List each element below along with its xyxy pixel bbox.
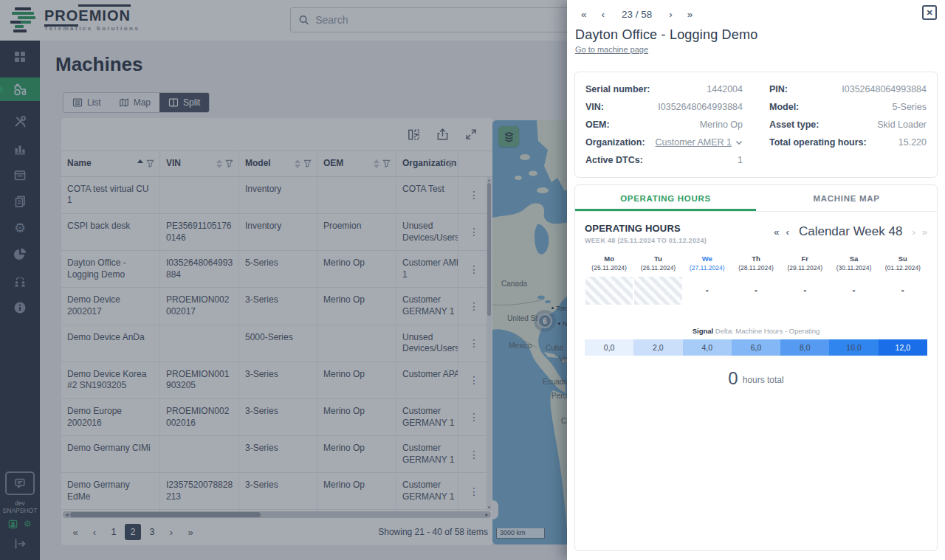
detail-row: PIN:I0352648064993884 (769, 80, 927, 98)
tab-operating-hours[interactable]: OPERATING HOURS (575, 185, 756, 211)
detail-label: PIN: (769, 84, 788, 94)
drawer-tabbar: OPERATING HOURS MACHINE MAP (575, 185, 937, 212)
close-icon: ✕ (926, 8, 932, 18)
drawer-last-button[interactable]: » (684, 9, 697, 20)
legend-segment: 6,0 (732, 339, 780, 356)
detail-row: Total operating hours:15.220 (769, 134, 927, 151)
section-subtitle: WEEK 48 (25.11.2024 TO 01.12.2024) (585, 237, 707, 244)
day-header: Sa(30.11.2024) (829, 255, 878, 272)
drawer-close-button[interactable]: ✕ (922, 5, 937, 20)
legend-segment: 4,0 (683, 339, 732, 356)
detail-label: Asset type: (769, 120, 819, 130)
day-header: Th(28.11.2024) (732, 255, 780, 272)
detail-row: VIN:I0352648064993884 (585, 98, 743, 116)
legend-label: Signal Delta: Machine Hours - Operating (575, 327, 937, 335)
week-prev-button[interactable]: ‹ (786, 227, 789, 238)
drawer-tabs-card: OPERATING HOURS MACHINE MAP OPERATING HO… (574, 184, 938, 551)
day-hours-cell: - (732, 277, 780, 305)
app-root: PROEMION Telematics Solutions ⚙ (0, 0, 945, 560)
chevron-down-icon (735, 140, 743, 145)
drawer-title: Dayton Office - Logging Demo (575, 27, 757, 43)
detail-row: OEM:Merino Op (585, 116, 743, 134)
detail-label: Serial number: (585, 84, 650, 94)
drawer-next-button[interactable]: › (665, 9, 676, 20)
detail-value: I0352648064993884 (842, 84, 927, 94)
day-header: Tu(26.11.2024) (633, 255, 682, 272)
week-next-button[interactable]: › (912, 227, 915, 238)
drawer-first-button[interactable]: « (577, 9, 591, 20)
hours-total: 0hours total (575, 368, 937, 389)
details-right-column: PIN:I0352648064993884Model:5-SeriesAsset… (769, 80, 927, 169)
detail-row: Organization:Customer AMER 1 (585, 134, 743, 151)
organization-link[interactable]: Customer AMER 1 (655, 137, 743, 148)
detail-value: Merino Op (700, 120, 743, 130)
week-navigation: « ‹ Calendar Week 48 › » (774, 224, 927, 239)
detail-value: 5-Series (892, 102, 927, 112)
drawer-pager: « ‹ 23 / 58 › » (577, 9, 696, 20)
legend-segment: 8,0 (780, 339, 829, 356)
no-data-hatch (634, 277, 681, 305)
detail-row: Serial number:1442004 (585, 80, 743, 98)
day-hours-cell: - (683, 277, 732, 305)
hours-total-unit: hours total (743, 375, 784, 385)
week-first-button[interactable]: « (774, 227, 779, 238)
drawer-prev-button[interactable]: ‹ (598, 9, 609, 20)
week-cells-row: ----- (575, 277, 937, 305)
detail-value: Skid Loader (877, 120, 927, 130)
detail-label: Organization: (585, 137, 645, 148)
week-days-row: Mo(25.11.2024)Tu(26.11.2024)We(27.11.202… (575, 255, 937, 272)
day-hours-cell: - (829, 277, 878, 305)
heatmap-legend: Signal Delta: Machine Hours - Operating … (575, 327, 937, 356)
tab-machine-map[interactable]: MACHINE MAP (756, 185, 937, 211)
detail-label: VIN: (585, 102, 604, 112)
section-title: OPERATING HOURS (585, 223, 707, 234)
detail-label: OEM: (585, 120, 610, 130)
day-hours-cell: - (780, 277, 829, 305)
legend-segment: 2,0 (633, 339, 682, 356)
no-data-hatch (585, 277, 633, 305)
day-hours-cell: - (879, 277, 927, 305)
drawer-pager-counter: 23 / 58 (622, 9, 652, 20)
day-header: Fr(29.11.2024) (780, 255, 829, 272)
day-hours-cell (585, 277, 633, 305)
detail-value: 15.220 (898, 137, 927, 148)
detail-label: Active DTCs: (585, 155, 643, 165)
detail-row: Asset type:Skid Loader (769, 116, 927, 134)
machine-detail-drawer: « ‹ 23 / 58 › » ✕ Dayton Office - Loggin… (567, 0, 945, 560)
legend-segment: 10,0 (829, 339, 878, 356)
go-to-machine-page-link[interactable]: Go to machine page (575, 45, 648, 54)
detail-value: 1 (738, 155, 743, 165)
legend-segment: 0,0 (585, 339, 633, 356)
week-last-button[interactable]: » (922, 227, 927, 238)
day-header: We(27.11.2024) (683, 255, 732, 272)
hours-total-value: 0 (728, 368, 738, 388)
detail-label: Model: (769, 102, 799, 112)
details-left-column: Serial number:1442004VIN:I03526480649938… (585, 80, 743, 169)
legend-segment: 12,0 (879, 339, 927, 356)
detail-row: Model:5-Series (769, 98, 927, 116)
detail-row: Active DTCs:1 (585, 151, 743, 169)
day-header: Mo(25.11.2024) (585, 255, 633, 272)
detail-label: Total operating hours: (769, 137, 867, 148)
day-hours-cell (633, 277, 682, 305)
week-label: Calendar Week 48 (799, 224, 903, 239)
machine-details-card: Serial number:1442004VIN:I03526480649938… (574, 72, 938, 178)
detail-value: 1442004 (707, 84, 743, 94)
legend-scale: 0,02,04,06,08,010,012,0 (585, 339, 927, 356)
detail-value: I0352648064993884 (658, 102, 743, 112)
day-header: Su(01.12.2024) (879, 255, 927, 272)
operating-hours-header: OPERATING HOURS WEEK 48 (25.11.2024 TO 0… (585, 223, 927, 244)
